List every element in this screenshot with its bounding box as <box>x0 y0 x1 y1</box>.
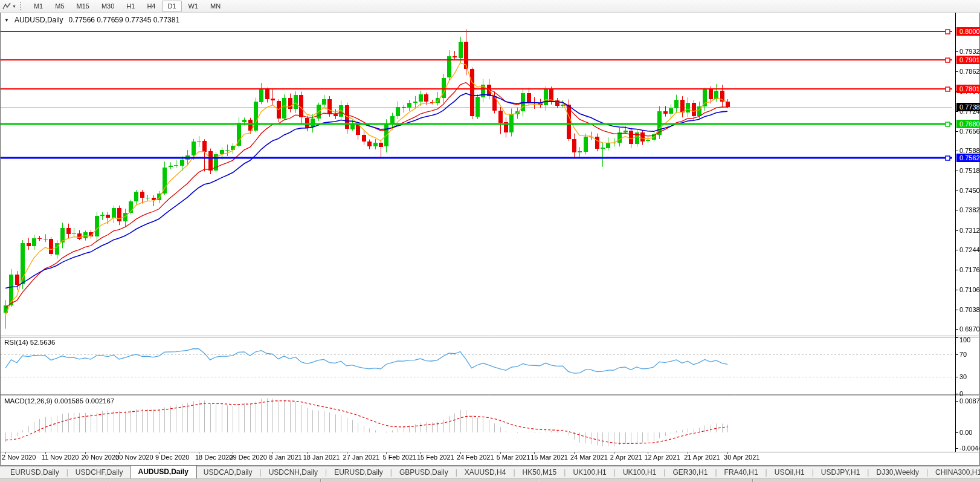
timeframe-button-h4[interactable]: H4 <box>141 1 161 12</box>
timeframe-button-h1[interactable]: H1 <box>121 1 140 12</box>
chart-title-caret-icon: ▼ <box>4 18 9 23</box>
status-separator <box>109 479 110 482</box>
timeframe-button-w1[interactable]: W1 <box>183 1 204 12</box>
status-separator <box>320 479 321 482</box>
chart-tab-china300-h1[interactable]: CHINA300,H1 <box>929 466 980 478</box>
chart-tab-uk100-h1[interactable]: UK100,H1 <box>566 466 613 478</box>
chart-tab-uk100-h1[interactable]: UK100,H1 <box>616 466 663 478</box>
chart-tab-eurusd-daily[interactable]: EURUSD,Daily <box>327 466 390 478</box>
timeframe-buttons: M1M5M15M30H1H4D1W1MN <box>28 1 227 12</box>
chart-tab-usdcnh-daily[interactable]: USDCNH,Daily <box>262 466 324 478</box>
chart-symbol-label: AUDUSD,Daily <box>15 16 63 24</box>
chart-tab-audusd-daily[interactable]: AUDUSD,Daily <box>130 465 197 478</box>
chart-tab-hk50-m15[interactable]: HK50,M15 <box>516 466 564 478</box>
timeframe-button-mn[interactable]: MN <box>205 1 226 12</box>
toolbar: ▼ M1M5M15M30H1H4D1W1MN <box>0 0 980 13</box>
chart-tab-usdcad-daily[interactable]: USDCAD,Daily <box>197 466 259 478</box>
chart-tab-ger30-h1[interactable]: GER30,H1 <box>666 466 714 478</box>
chart-tab-usdchf-daily[interactable]: USDCHF,Daily <box>69 466 130 478</box>
chart-tab-bar: EURUSD,Daily|USDCHF,DailyAUDUSD,DailyUSD… <box>0 466 980 478</box>
chart-tab-xauusd-h4[interactable]: XAUUSD,H4 <box>458 466 513 478</box>
timeframe-button-m5[interactable]: M5 <box>50 1 69 12</box>
chart-ohlc-values: 0.77566 0.77659 0.77345 0.77381 <box>69 16 180 24</box>
chart-tab-gbpusd-daily[interactable]: GBPUSD,Daily <box>393 466 455 478</box>
timeframe-button-m30[interactable]: M30 <box>96 1 120 12</box>
chart-tab-usdjpy-h1[interactable]: USDJPY,H1 <box>814 466 866 478</box>
timeframe-button-m15[interactable]: M15 <box>71 1 95 12</box>
chart-title[interactable]: ▼ AUDUSD,Daily 0.77566 0.77659 0.77345 0… <box>4 16 179 24</box>
chart-tab-eurusd-daily[interactable]: EURUSD,Daily <box>4 466 66 478</box>
line-studies-caret-icon[interactable]: ▼ <box>12 4 16 8</box>
chart-tab-usoil-h1[interactable]: USOil,H1 <box>768 466 811 478</box>
status-separator <box>538 479 539 482</box>
chart-tab-dj30-weekly[interactable]: DJ30,Weekly <box>869 466 925 478</box>
timeframe-button-m1[interactable]: M1 <box>28 1 48 12</box>
chart-canvas[interactable] <box>0 0 980 482</box>
timeframe-button-d1[interactable]: D1 <box>162 1 181 12</box>
line-studies-icon[interactable] <box>2 2 11 10</box>
status-bar <box>0 478 980 482</box>
status-separator <box>752 479 753 482</box>
toolbar-grip[interactable] <box>20 2 24 10</box>
chart-tab-fra40-h1[interactable]: FRA40,H1 <box>718 466 765 478</box>
